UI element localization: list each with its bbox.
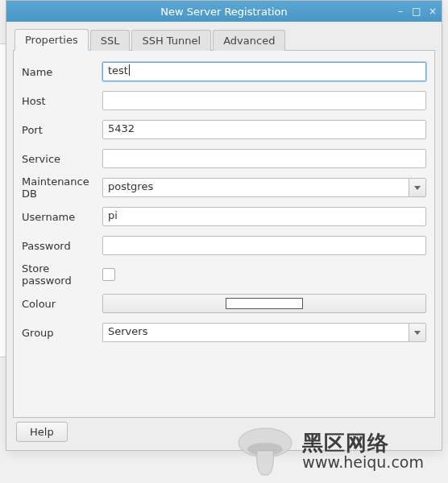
username-label: Username: [22, 211, 102, 223]
colour-button[interactable]: [102, 294, 426, 313]
name-value: test: [108, 64, 128, 76]
tab-bar: Properties SSL SSH Tunnel Advanced: [13, 28, 435, 51]
host-input[interactable]: [102, 91, 426, 110]
group-value[interactable]: Servers: [102, 323, 409, 342]
name-label: Name: [22, 66, 102, 78]
group-dropdown-button[interactable]: [409, 323, 426, 342]
username-value: pi: [108, 209, 118, 221]
maintenance-db-dropdown-button[interactable]: [409, 178, 426, 197]
group-combo[interactable]: Servers: [102, 323, 426, 342]
chevron-down-icon: [414, 331, 421, 335]
minimize-icon[interactable]: –: [395, 6, 406, 17]
tab-ssl[interactable]: SSL: [90, 30, 131, 51]
maintenance-db-label: Maintenance DB: [22, 175, 102, 200]
colour-label: Colour: [22, 298, 102, 310]
maintenance-db-value[interactable]: postgres: [102, 178, 409, 197]
text-caret: [129, 64, 130, 76]
name-input[interactable]: test: [102, 62, 426, 81]
port-input[interactable]: 5432: [102, 120, 426, 139]
watermark-url: www.heiqu.com: [302, 455, 424, 471]
colour-swatch: [226, 298, 303, 309]
titlebar-buttons: – □ ×: [395, 1, 438, 22]
store-password-checkbox[interactable]: [102, 268, 115, 281]
port-value: 5432: [108, 122, 135, 134]
group-label: Group: [22, 327, 102, 339]
password-input[interactable]: [102, 236, 426, 255]
tab-properties[interactable]: Properties: [15, 29, 89, 51]
service-input[interactable]: [102, 149, 426, 168]
titlebar[interactable]: New Server Registration – □ ×: [6, 1, 442, 22]
tab-ssh-tunnel[interactable]: SSH Tunnel: [131, 30, 211, 51]
service-label: Service: [22, 153, 102, 165]
close-icon[interactable]: ×: [427, 6, 438, 17]
store-password-label: Store password: [22, 262, 102, 287]
maintenance-db-combo[interactable]: postgres: [102, 178, 426, 197]
username-input[interactable]: pi: [102, 207, 426, 226]
properties-panel: Name test Host Port 5432 Service: [13, 51, 435, 418]
password-label: Password: [22, 240, 102, 252]
chevron-down-icon: [414, 186, 421, 190]
host-label: Host: [22, 95, 102, 107]
help-button[interactable]: Help: [16, 422, 68, 442]
tab-advanced[interactable]: Advanced: [213, 30, 285, 51]
window-title: New Server Registration: [6, 6, 442, 18]
maximize-icon[interactable]: □: [411, 6, 422, 17]
new-server-registration-dialog: New Server Registration – □ × Properties…: [6, 0, 442, 451]
port-label: Port: [22, 124, 102, 136]
